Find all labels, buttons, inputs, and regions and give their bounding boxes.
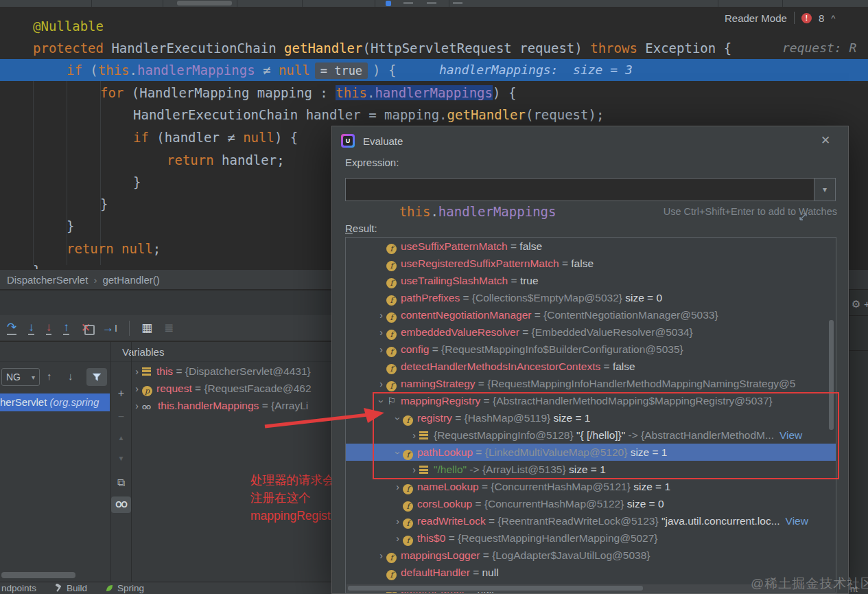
chevron-expanded-icon[interactable]: › [389, 448, 406, 458]
tree-row[interactable]: ›fconfig = {RequestMappingInfo$BuilderCo… [346, 341, 836, 358]
tree-row[interactable]: ›fembeddedValueResolver = {EmbeddedValue… [346, 323, 836, 341]
step-out-icon[interactable]: ↑ [63, 321, 69, 335]
value-text: useRegisteredSuffixPatternMatch [401, 258, 559, 269]
value-text: contentNegotiationManager [401, 309, 531, 321]
copy-icon[interactable]: ⧉ [111, 477, 131, 489]
reader-mode-label[interactable]: Reader Mode [725, 12, 787, 24]
run-to-cursor-icon[interactable]: →I [102, 322, 117, 334]
chevron-collapsed-icon[interactable]: › [376, 307, 386, 323]
value-text: {RequestMappingInfo@5128} [434, 429, 576, 441]
stack-frame-row[interactable]: herServlet (org.spring [0, 393, 110, 411]
value-text: {RequestMappingInfoHandlerMethodMappingN… [487, 378, 795, 389]
chevron-collapsed-icon[interactable]: › [132, 380, 142, 397]
breadcrumb-method[interactable]: getHandler() [102, 274, 159, 286]
field-icon: f [386, 570, 397, 580]
value-text: "{ [/hello]}" [576, 429, 625, 441]
value-text: = [460, 292, 472, 304]
tree-row[interactable]: ›freadWriteLock = {ReentrantReadWriteLoc… [346, 512, 836, 529]
tree-vertical-scrollbar[interactable] [829, 320, 834, 430]
variable-row[interactable]: ›prequest = {RequestFacade@462 [132, 380, 331, 397]
view-link[interactable]: View [786, 515, 808, 527]
tree-row[interactable]: fpathPrefixes = {Collections$EmptyMap@50… [346, 289, 836, 306]
frame-down-icon[interactable]: ↓ [68, 370, 73, 382]
tree-row[interactable]: fdetectHandlerMethodsInAncestorContexts … [346, 358, 836, 375]
tree-row[interactable]: ›fnameLookup = {ConcurrentHashMap@5121} … [346, 478, 836, 495]
hide-frames-filter-icon[interactable] [86, 368, 107, 386]
evaluate-expression-icon[interactable]: ▦ [141, 322, 152, 334]
chevron-collapsed-icon[interactable]: › [376, 341, 386, 358]
status-item[interactable]: ndpoints [1, 583, 36, 593]
variable-row[interactable]: ›this = {DispatcherServlet@4431} [132, 363, 331, 380]
chevron-collapsed-icon[interactable]: › [392, 530, 403, 547]
close-icon[interactable]: ✕ [821, 133, 830, 148]
right-panel-strip: ⚙ + [849, 290, 868, 582]
tree-row[interactable]: ›fcontentNegotiationManager = {ContentNe… [346, 306, 836, 323]
chevron-collapsed-icon[interactable]: › [392, 513, 403, 529]
chevron-collapsed-icon[interactable]: › [132, 363, 142, 380]
drop-frame-icon[interactable]: ✕ [81, 322, 91, 334]
tree-row[interactable]: ›fpathLookup = {LinkedMultiValueMap@5120… [346, 444, 836, 461]
horizontal-scrollbar-thumb[interactable] [1, 572, 75, 578]
remove-watch-icon[interactable]: − [111, 411, 131, 423]
tree-row[interactable]: fcorsLookup = {ConcurrentHashMap@5122} s… [346, 495, 836, 512]
value-text: {DispatcherServlet@4431} [185, 365, 311, 377]
trace-streams-icon[interactable]: ≣ [164, 322, 174, 334]
error-indicator-icon[interactable]: ! [801, 13, 812, 23]
value-text: "/hello" [434, 464, 467, 475]
tab-variables[interactable]: Variables [122, 346, 164, 358]
chevron-expanded-icon[interactable]: › [389, 413, 406, 424]
code-token: protected [33, 41, 111, 56]
chevron-expanded-icon[interactable]: › [373, 396, 390, 407]
chevron-collapsed-icon[interactable]: › [376, 547, 386, 564]
reader-mode-widget[interactable]: Reader Mode ! 8 ^ [725, 10, 835, 26]
step-into-icon[interactable]: ↓ [28, 321, 34, 335]
tree-row[interactable]: ›fmappingsLogger = {LogAdapter$JavaUtilL… [346, 547, 836, 564]
view-link[interactable]: View [779, 429, 802, 441]
value-text: size = 0 [622, 292, 662, 304]
value-text: = [486, 515, 498, 527]
value-text: mappingRegistry [401, 395, 480, 407]
chevron-collapsed-icon[interactable]: › [376, 376, 386, 392]
tree-row[interactable]: fuseRegisteredSuffixPatternMatch = false [346, 255, 836, 272]
status-item[interactable]: Build [54, 583, 87, 593]
show-watches-icon[interactable]: OO [111, 496, 131, 513]
result-label: Result: [345, 222, 377, 234]
tree-row[interactable]: ›{RequestMappingInfo@5128} "{ [/hello]}"… [346, 426, 836, 444]
value-text: config [401, 343, 429, 355]
value-text: {RequestFacade@462 [204, 382, 311, 394]
tree-row[interactable]: ›fregistry = {HashMap@5119} size = 1 [346, 409, 836, 426]
frame-up-icon[interactable]: ↑ [47, 370, 52, 382]
tree-row[interactable]: fuseTrailingSlashMatch = true [346, 272, 836, 289]
collapse-inspections-icon[interactable]: ^ [831, 13, 835, 23]
move-down-icon[interactable]: ▼ [111, 455, 131, 462]
expression-input[interactable]: this.handlerMappings [345, 178, 814, 201]
error-count[interactable]: 8 [819, 12, 824, 24]
tree-row[interactable]: ›fnamingStrategy = {RequestMappingInfoHa… [346, 375, 836, 392]
chevron-collapsed-icon[interactable]: › [409, 461, 419, 478]
value-text: size = 1 [631, 481, 670, 492]
breadcrumb-class[interactable]: DispatcherServlet [7, 274, 88, 286]
code-token: null [243, 130, 274, 145]
thread-dropdown[interactable]: NG ▾ [1, 368, 40, 386]
code-token: @Nullable [33, 19, 104, 34]
hammer-icon [54, 584, 63, 593]
tree-row[interactable]: ›fthis$0 = {RequestMappingHandlerMapping… [346, 529, 836, 547]
force-step-into-icon[interactable]: ↓ [46, 321, 52, 335]
add-watch-icon[interactable]: + [111, 387, 131, 400]
value-text: = [508, 275, 520, 286]
chevron-collapsed-icon[interactable]: › [132, 398, 142, 414]
chevron-collapsed-icon[interactable]: › [376, 324, 386, 341]
settings-gear-icon[interactable]: ⚙ [852, 298, 860, 310]
tab-scroll-thumb[interactable] [177, 1, 232, 5]
field-icon: f [403, 518, 413, 529]
tree-row[interactable]: ›⚐mappingRegistry = {AbstractHandlerMeth… [346, 392, 836, 409]
add-icon[interactable]: + [864, 298, 868, 310]
chevron-collapsed-icon[interactable]: › [392, 479, 403, 495]
tree-row[interactable]: fuseSuffixPatternMatch = false [346, 238, 836, 255]
chevron-collapsed-icon[interactable]: › [409, 427, 419, 444]
move-up-icon[interactable]: ▲ [111, 434, 131, 442]
expression-history-dropdown[interactable]: ▾ [814, 178, 836, 201]
status-item[interactable]: Spring [105, 583, 144, 593]
tree-row[interactable]: ›"/hello" -> {ArrayList@5135} size = 1 [346, 461, 836, 478]
step-over-icon[interactable]: ↷ [7, 321, 16, 335]
